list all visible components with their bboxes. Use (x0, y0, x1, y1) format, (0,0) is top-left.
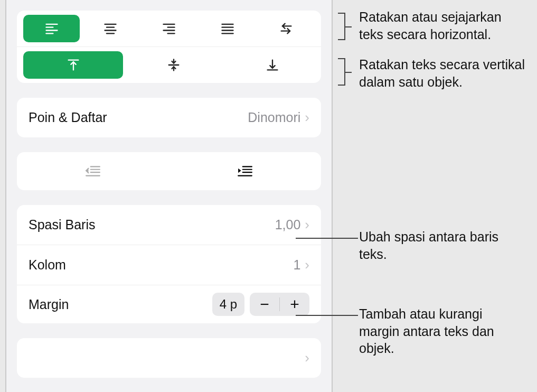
align-middle-button[interactable] (125, 51, 222, 79)
bracket-icon (338, 58, 345, 86)
margin-row: Margin 4 p − + (17, 285, 321, 323)
columns-row[interactable]: Kolom 1 › (17, 245, 321, 285)
align-center-button[interactable] (82, 15, 138, 42)
align-bottom-button[interactable] (224, 51, 321, 79)
margin-stepper: − + (250, 293, 309, 316)
align-right-button[interactable] (140, 15, 197, 42)
chevron-right-icon: › (305, 257, 309, 273)
columns-label: Kolom (29, 257, 66, 273)
vertical-align-row (17, 47, 321, 83)
more-row[interactable]: › (17, 338, 321, 378)
margin-increase-button[interactable]: + (280, 293, 309, 316)
indent-card (17, 152, 321, 190)
columns-value: 1 (293, 257, 300, 273)
margin-decrease-button[interactable]: − (250, 293, 279, 316)
bullets-value: Dinomori (248, 110, 300, 125)
leader-line (296, 315, 358, 316)
chevron-right-icon: › (305, 350, 309, 366)
bullets-card: Poin & Daftar Dinomori › (17, 98, 321, 137)
align-top-button[interactable] (23, 51, 123, 79)
callout-vertical: Ratakan teks secara vertikal dalam satu … (359, 56, 528, 90)
margin-label: Margin (29, 297, 69, 312)
callout-horizontal: Ratakan atau sejajarkan teks secara hori… (359, 8, 528, 43)
margin-value: 4 p (212, 293, 244, 316)
svg-marker-33 (238, 169, 241, 173)
chevron-right-icon: › (305, 109, 309, 126)
indent-button[interactable] (169, 161, 321, 182)
bullets-lists-row[interactable]: Poin & Daftar Dinomori › (17, 98, 321, 137)
align-justify-button[interactable] (200, 15, 256, 42)
callout-spacing: Ubah spasi antara baris teks. (359, 228, 517, 263)
format-panel: Poin & Daftar Dinomori › Spasi Baris 1,0… (5, 0, 333, 392)
callout-margin: Tambah atau kurangi margin antara teks d… (359, 305, 517, 357)
line-spacing-label: Spasi Baris (29, 217, 95, 232)
line-spacing-value: 1,00 (275, 217, 301, 232)
chevron-right-icon: › (305, 217, 309, 233)
horizontal-align-row (17, 11, 321, 47)
bullets-label: Poin & Daftar (29, 110, 107, 125)
leader-line (296, 238, 358, 239)
bracket-icon (338, 13, 345, 40)
align-direction-button[interactable] (258, 15, 315, 42)
spacing-card: Spasi Baris 1,00 › Kolom 1 › Margin 4 p … (17, 205, 321, 323)
line-spacing-row[interactable]: Spasi Baris 1,00 › (17, 205, 321, 245)
outdent-button (17, 161, 169, 182)
align-left-button[interactable] (23, 15, 80, 42)
callouts-area: Ratakan atau sejajarkan teks secara hori… (338, 0, 533, 392)
